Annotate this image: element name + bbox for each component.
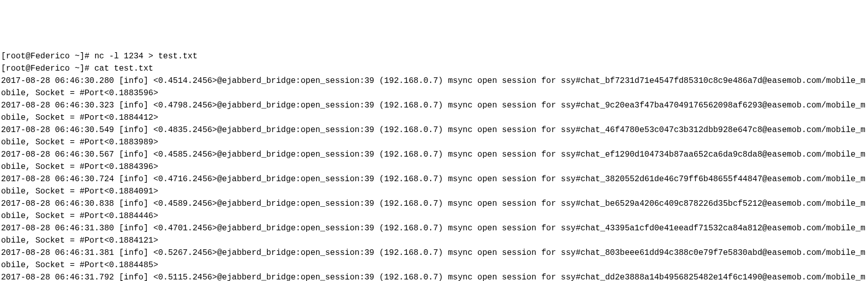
command-text: nc -l 1234 > test.txt bbox=[94, 52, 197, 61]
log-line: 2017-08-28 06:46:31.381 [info] <0.5267.2… bbox=[1, 247, 867, 271]
prompt: [root@Federico ~]# bbox=[1, 52, 90, 61]
log-line: 2017-08-28 06:46:30.549 [info] <0.4835.2… bbox=[1, 124, 867, 148]
log-line: 2017-08-28 06:46:30.567 [info] <0.4585.2… bbox=[1, 148, 867, 173]
log-line: 2017-08-28 06:46:30.838 [info] <0.4589.2… bbox=[1, 198, 867, 222]
log-line: 2017-08-28 06:46:30.280 [info] <0.4514.2… bbox=[1, 75, 867, 99]
terminal-output[interactable]: [root@Federico ~]# nc -l 1234 > test.txt… bbox=[1, 50, 867, 281]
prompt: [root@Federico ~]# bbox=[1, 64, 90, 73]
log-line: 2017-08-28 06:46:30.724 [info] <0.4716.2… bbox=[1, 173, 867, 198]
log-line: 2017-08-28 06:46:31.792 [info] <0.5115.2… bbox=[1, 271, 867, 281]
log-line: 2017-08-28 06:46:30.323 [info] <0.4798.2… bbox=[1, 99, 867, 124]
command-line-1: [root@Federico ~]# nc -l 1234 > test.txt bbox=[1, 50, 867, 62]
command-line-2: [root@Federico ~]# cat test.txt bbox=[1, 62, 867, 75]
log-line: 2017-08-28 06:46:31.380 [info] <0.4701.2… bbox=[1, 222, 867, 247]
command-text: cat test.txt bbox=[94, 64, 153, 73]
